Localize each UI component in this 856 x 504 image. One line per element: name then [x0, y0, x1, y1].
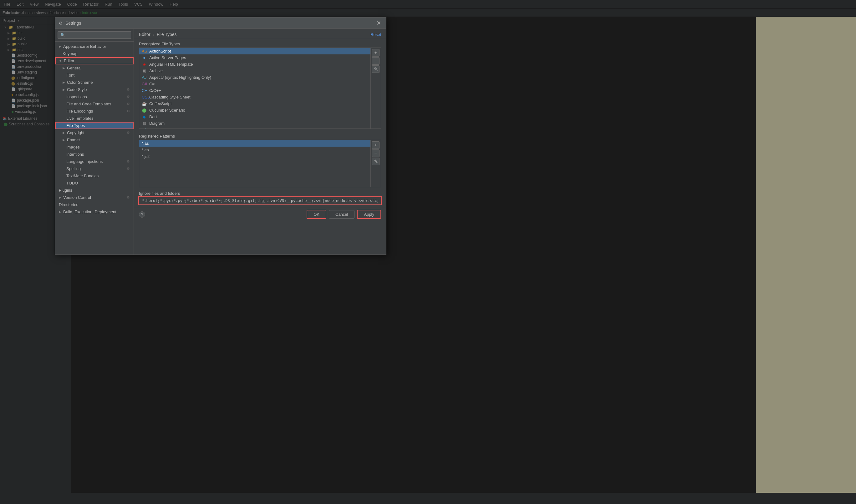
file-type-diagram-label: Diagram	[149, 121, 164, 126]
file-type-css[interactable]: CSS Cascading Style Sheet	[139, 94, 370, 101]
registered-label: Registered Patterns	[134, 131, 386, 140]
file-type-csharp-label: C#	[149, 82, 155, 86]
spelling-indicator: ⚙	[127, 167, 130, 171]
lang-inject-indicator: ⚙	[127, 160, 130, 163]
file-type-dart[interactable]: ◆ Dart	[139, 113, 370, 120]
nav-inspections-label: Inspections	[66, 94, 87, 99]
nav-copyright[interactable]: ▶ Copyright ⚙	[55, 129, 134, 136]
nav-code-style[interactable]: ▶ Code Style ⚙	[55, 86, 134, 93]
content-header: Editor › File Types Reset	[134, 29, 386, 39]
file-type-angular[interactable]: ◈ Angular HTML Template	[139, 61, 370, 68]
edit-pattern-button[interactable]: ✎	[372, 158, 380, 165]
nav-font[interactable]: Font	[55, 72, 134, 79]
archive-icon: ▣	[142, 69, 147, 73]
file-type-cucumber[interactable]: ⬤ Cucumber Scenario	[139, 107, 370, 113]
ignore-input[interactable]	[139, 197, 381, 204]
pattern-as[interactable]: *.as	[139, 140, 370, 147]
vc-arrow-icon: ▶	[59, 196, 61, 199]
pattern-js2[interactable]: *.js2	[139, 153, 370, 160]
remove-pattern-button[interactable]: −	[372, 149, 380, 157]
nav-build-exec-label: Build, Execution, Deployment	[63, 210, 116, 214]
nav-appearance[interactable]: ▶ Appearance & Behavior	[55, 43, 134, 50]
nav-copyright-label: Copyright	[67, 130, 85, 135]
nav-general[interactable]: ▶ General	[55, 65, 134, 72]
file-type-dockerfile-label: Dockerfile	[149, 128, 168, 128]
nav-directories[interactable]: Directories	[55, 201, 134, 208]
nav-file-encodings[interactable]: File Encodings ⚙	[55, 108, 134, 115]
content-breadcrumb: Editor › File Types	[139, 32, 177, 37]
file-type-coffee-label: CoffeeScript	[149, 101, 172, 106]
csharp-icon: C#	[142, 82, 147, 86]
vc-indicator: ⚙	[127, 195, 130, 199]
patterns-side-buttons: + − ✎	[370, 140, 381, 187]
ok-button[interactable]: OK	[307, 210, 326, 219]
edit-file-type-button[interactable]: ✎	[372, 65, 380, 73]
nav-intentions[interactable]: Intentions	[55, 151, 134, 158]
appearance-arrow-icon: ▶	[59, 45, 61, 48]
pattern-js2-label: *.js2	[142, 154, 150, 159]
registered-patterns-list[interactable]: *.as *.es *.js2	[139, 140, 370, 187]
actionscript-icon: AS	[142, 49, 147, 53]
css-icon: CSS	[142, 95, 147, 100]
dart-icon: ◆	[142, 114, 147, 119]
nav-color-scheme-label: Color Scheme	[67, 80, 93, 85]
nav-emmet[interactable]: ▶ Emmet	[55, 136, 134, 144]
dialog-close-button[interactable]: ✕	[375, 20, 382, 26]
dialog-body: ▶ Appearance & Behavior Keymap ▼ Editor	[55, 29, 386, 254]
nav-plugins[interactable]: Plugins	[55, 187, 134, 194]
nav-images-label: Images	[66, 145, 80, 149]
pattern-as-label: *.as	[142, 141, 149, 146]
nav-file-types[interactable]: File Types	[55, 122, 134, 129]
file-type-cpp[interactable]: C+ C/C++	[139, 87, 370, 94]
file-type-cucumber-label: Cucumber Scenario	[149, 108, 185, 112]
pattern-es[interactable]: *.es	[139, 147, 370, 153]
breadcrumb-sep: ›	[153, 32, 156, 37]
settings-search-input[interactable]	[57, 31, 131, 39]
nav-keymap-label: Keymap	[63, 51, 77, 56]
nav-textmate[interactable]: TextMate Bundles	[55, 172, 134, 179]
file-type-aspectj[interactable]: AJ AspectJ (syntax Highlighting Only)	[139, 74, 370, 81]
nav-file-code-templates-label: File and Code Templates	[66, 102, 111, 106]
help-button[interactable]: ?	[139, 211, 145, 218]
registered-patterns-container: *.as *.es *.js2 + − ✎	[139, 140, 381, 187]
nav-editor[interactable]: ▼ Editor	[55, 57, 134, 65]
coffee-icon: ☕	[142, 101, 147, 106]
nav-inspections[interactable]: Inspections ⚙	[55, 93, 134, 101]
dialog-title-label: Settings	[65, 21, 81, 25]
remove-file-type-button[interactable]: −	[372, 57, 380, 65]
nav-live-templates-label: Live Templates	[66, 116, 93, 121]
file-type-csharp[interactable]: C# C#	[139, 81, 370, 87]
dialog-title: ⚙ Settings	[59, 21, 81, 25]
angular-icon: ◈	[142, 62, 147, 67]
editor-arrow-icon: ▼	[59, 59, 62, 62]
apply-button[interactable]: Apply	[357, 210, 381, 219]
nav-images[interactable]: Images	[55, 144, 134, 151]
nav-language-injections[interactable]: Language Injections ⚙	[55, 158, 134, 165]
file-type-asp[interactable]: ● Active Server Pages	[139, 54, 370, 61]
nav-color-scheme[interactable]: ▶ Color Scheme	[55, 79, 134, 86]
nav-keymap[interactable]: Keymap	[55, 50, 134, 57]
file-type-coffee[interactable]: ☕ CoffeeScript	[139, 101, 370, 107]
nav-spelling[interactable]: Spelling ⚙	[55, 165, 134, 172]
file-type-archive[interactable]: ▣ Archive	[139, 68, 370, 74]
nav-build-exec[interactable]: ▶ Build, Execution, Deployment	[55, 208, 134, 215]
nav-version-control[interactable]: ▶ Version Control ⚙	[55, 194, 134, 201]
file-types-side-buttons: + − ✎	[370, 48, 381, 128]
ignore-label: Ignore files and folders	[139, 191, 381, 196]
cpp-icon: C+	[142, 88, 147, 93]
nav-live-templates[interactable]: Live Templates	[55, 115, 134, 122]
file-type-actionscript[interactable]: AS ActionScript	[139, 48, 370, 54]
add-pattern-button[interactable]: +	[372, 141, 380, 149]
file-type-diagram[interactable]: ▦ Diagram	[139, 120, 370, 127]
file-type-dockerfile[interactable]: 🐋 Dockerfile	[139, 127, 370, 128]
reset-link[interactable]: Reset	[370, 32, 381, 37]
code-style-arrow-icon: ▶	[63, 88, 65, 91]
copyright-indicator: ⚙	[127, 131, 130, 135]
add-file-type-button[interactable]: +	[372, 49, 380, 57]
nav-todo[interactable]: TODO	[55, 179, 134, 187]
file-types-list[interactable]: AS ActionScript ● Active Server Pages ◈ …	[139, 48, 370, 128]
cancel-button[interactable]: Cancel	[329, 210, 354, 218]
settings-content: Editor › File Types Reset Recognized Fil…	[134, 29, 386, 254]
nav-intentions-label: Intentions	[66, 152, 84, 157]
nav-file-code-templates[interactable]: File and Code Templates ⚙	[55, 101, 134, 108]
